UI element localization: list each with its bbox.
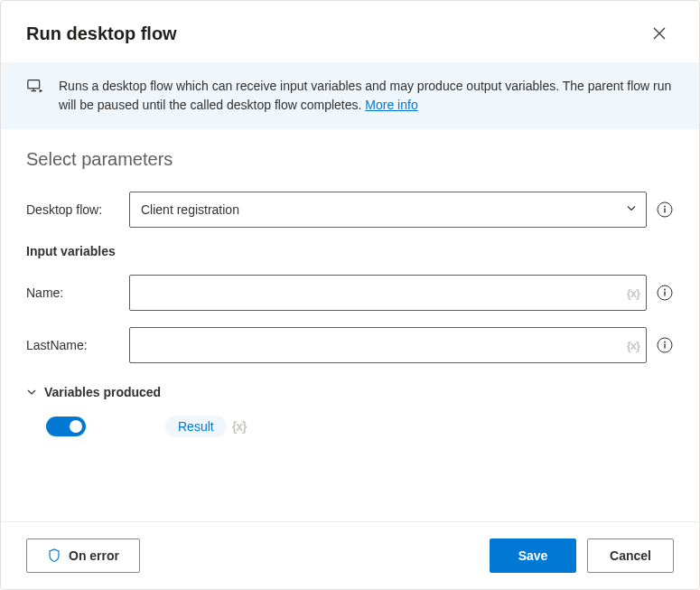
input-variables-heading: Input variables [26,244,674,258]
banner-text: Runs a desktop flow which can receive in… [59,77,674,115]
svg-point-2 [664,206,666,208]
svg-rect-6 [664,292,665,296]
on-error-label: On error [69,548,119,563]
result-chip[interactable]: Result [165,416,227,437]
desktop-flow-value: Client registration [141,202,239,217]
cancel-button[interactable]: Cancel [587,538,674,573]
desktop-flow-label: Desktop flow: [26,202,120,217]
cancel-label: Cancel [610,548,651,563]
svg-point-8 [664,342,666,343]
variable-token-icon: {x} [232,419,247,434]
chevron-down-icon [26,387,37,398]
name-input[interactable] [129,275,647,311]
close-button[interactable] [645,19,674,48]
info-icon [657,201,673,218]
variable-picker-icon[interactable]: {x} [627,339,639,352]
desktop-flow-info-button[interactable] [656,201,674,219]
shield-icon [47,548,61,563]
save-button[interactable]: Save [490,538,576,573]
dialog-title: Run desktop flow [26,23,177,44]
svg-rect-3 [664,209,665,213]
desktop-flow-icon [26,77,46,102]
close-icon [653,27,666,40]
lastname-input[interactable] [129,327,647,363]
desktop-flow-row: Desktop flow: Client registration [26,192,674,228]
more-info-link[interactable]: More info [365,98,417,112]
dialog-header: Run desktop flow [1,1,699,62]
name-row: Name: {x} [26,275,674,311]
lastname-row: LastName: {x} [26,327,674,363]
save-label: Save [518,548,548,563]
lastname-control: {x} [129,327,647,363]
svg-rect-0 [28,80,40,89]
footer-right: Save Cancel [490,538,674,573]
desktop-flow-select[interactable]: Client registration [129,192,647,228]
info-icon [657,285,673,301]
info-banner: Runs a desktop flow which can receive in… [1,62,699,129]
lastname-label: LastName: [26,338,120,352]
name-label: Name: [26,286,120,300]
result-variable-row: Result {x} [26,416,674,437]
dialog-content: Select parameters Desktop flow: Client r… [1,129,699,521]
section-title: Select parameters [26,149,674,170]
result-toggle[interactable] [46,417,86,436]
lastname-info-button[interactable] [656,336,674,354]
name-info-button[interactable] [656,284,674,302]
on-error-button[interactable]: On error [26,538,140,573]
run-desktop-flow-dialog: Run desktop flow Runs a desktop flow whi… [0,0,700,590]
dialog-footer: On error Save Cancel [1,521,699,589]
result-chip-wrap: Result {x} [165,416,246,437]
info-icon [657,337,673,353]
svg-rect-9 [664,344,665,349]
svg-point-5 [664,289,666,291]
variables-produced-heading: Variables produced [44,385,161,399]
desktop-flow-control: Client registration [129,192,647,228]
variables-produced-toggle-header[interactable]: Variables produced [26,385,674,399]
variable-picker-icon[interactable]: {x} [627,286,639,300]
name-control: {x} [129,275,647,311]
